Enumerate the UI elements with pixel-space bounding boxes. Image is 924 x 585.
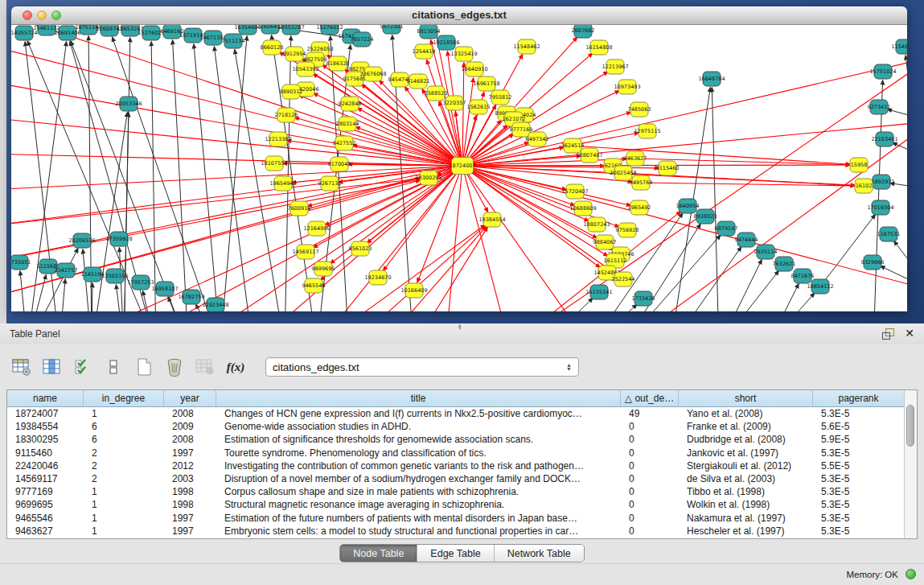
graph-node-label: 22103451 — [871, 136, 897, 142]
table-cell: 2008 — [164, 434, 216, 445]
graph-node-label: 6879197 — [715, 225, 738, 232]
graph-edge[interactable] — [113, 37, 220, 311]
graph-node-label: 2803144 — [336, 121, 359, 127]
graph-edge[interactable] — [151, 42, 156, 311]
graph-node-label: 2718126 — [275, 112, 298, 118]
graph-edge[interactable] — [820, 215, 875, 286]
table-row[interactable]: 977716911998Corpus callosum shape and si… — [7, 485, 904, 498]
graph-edge[interactable] — [893, 142, 907, 162]
graph-edge[interactable] — [888, 109, 907, 122]
unselect-all-icon[interactable] — [103, 356, 124, 377]
table-row[interactable]: 1830029562008Estimation of significance … — [7, 433, 904, 446]
tab-network-table[interactable]: Network Table — [495, 545, 584, 562]
delete-trash-icon[interactable] — [164, 356, 185, 377]
graph-edge[interactable] — [906, 56, 907, 290]
float-panel-icon[interactable] — [882, 328, 893, 339]
table-row[interactable]: 946362711997Embryonic stem cells: a mode… — [7, 525, 904, 538]
graph-node-label: 8660128 — [261, 44, 284, 51]
graph-edge[interactable] — [349, 225, 486, 311]
graph-edge[interactable] — [719, 260, 762, 311]
table-cell: Jankovic et al. (1997) — [679, 447, 813, 459]
graph-edge[interactable] — [285, 36, 291, 311]
graph-edge[interactable] — [767, 284, 799, 311]
graph-edge[interactable] — [173, 40, 188, 311]
graph-node-label: 9170043 — [328, 161, 351, 167]
table-cell: Franke et al. (2009) — [679, 421, 813, 432]
network-canvas[interactable]: 1405572425461132206914061875114822608741… — [11, 25, 907, 311]
tab-node-table[interactable]: Node Table — [340, 545, 417, 562]
table-cell: 9699695 — [7, 499, 84, 510]
column-header-name[interactable]: name — [7, 390, 84, 406]
table-cell: 1 — [84, 499, 164, 510]
table-row[interactable]: 1938455462009Genome-wide association stu… — [7, 420, 904, 433]
scrollbar-thumb[interactable] — [906, 405, 914, 447]
graph-edge[interactable] — [20, 271, 27, 311]
table-cell: 2 — [84, 473, 164, 484]
graph-node-label: 7600916 — [288, 205, 311, 212]
graph-edge[interactable] — [214, 47, 253, 311]
table-row[interactable]: 969969511998Structural magnetic resonanc… — [7, 498, 904, 511]
graph-edge[interactable] — [542, 299, 593, 311]
table-row[interactable]: 1456911722003Disruption of a novel membe… — [7, 472, 904, 485]
graph-edge[interactable] — [719, 271, 778, 311]
table-cell: 0 — [621, 473, 679, 484]
graph-node-label: 9465546 — [302, 282, 326, 289]
table-body: 1872400712008Changes of HCN gene express… — [7, 407, 904, 538]
graph-node-label: 16961758 — [473, 80, 499, 87]
column-header-out-de-[interactable]: △ out_de… — [621, 390, 679, 406]
graph-node-label: 15276012 — [316, 25, 343, 31]
graph-node-label: 1733426 — [632, 295, 655, 302]
table-cell: Changes of HCN gene expression and I(f) … — [216, 408, 621, 419]
splitter-grip-icon[interactable]: ▴▾ — [458, 323, 466, 328]
column-header-year[interactable]: year — [164, 390, 216, 406]
graph-svg[interactable]: 1405572425461132206914061875114822608741… — [11, 25, 907, 311]
graph-edge[interactable] — [590, 304, 637, 311]
table-vertical-scrollbar[interactable] — [904, 390, 917, 538]
column-header-pagerank[interactable]: pagerank — [813, 390, 904, 406]
table-cell: Genome-wide association studies in ADHD. — [216, 421, 621, 432]
show-column-icon[interactable] — [42, 356, 63, 377]
table-cell: 1 — [84, 486, 164, 497]
close-panel-icon[interactable]: ✕ — [905, 328, 914, 339]
graph-edge[interactable] — [462, 166, 575, 205]
table-cell: 5.3E-5 — [813, 408, 904, 419]
table-row[interactable]: 946554611997Estimation of the future num… — [7, 512, 904, 525]
table-row[interactable]: 911546021997Tourette syndrome. Phenomeno… — [7, 447, 904, 459]
table-cell: 0 — [621, 486, 679, 497]
graph-edge[interactable] — [462, 63, 464, 166]
table-cell: 22420046 — [7, 460, 84, 472]
table-cell: Dudbridge et al. (2008) — [679, 434, 813, 445]
graph-node-label: 7857224 — [351, 36, 374, 43]
graph-edge[interactable] — [116, 285, 124, 311]
graph-node-label: 19654942 — [269, 180, 296, 187]
graph-edge[interactable] — [623, 173, 855, 185]
table-cell: 1998 — [164, 486, 216, 497]
window-titlebar[interactable]: citations_edges.txt — [11, 6, 907, 25]
select-all-icon[interactable] — [72, 356, 93, 377]
table-cell: 1998 — [164, 499, 216, 510]
import-table-icon[interactable] — [11, 356, 32, 377]
table-select-dropdown[interactable]: citations_edges.txt ▲▼ — [265, 357, 579, 377]
graph-edge[interactable] — [27, 275, 46, 311]
graph-edge[interactable] — [92, 283, 92, 311]
graph-node-label: 12923448 — [202, 302, 228, 308]
tab-edge-table[interactable]: Edge Table — [417, 545, 494, 562]
graph-edge[interactable] — [11, 166, 462, 190]
graph-node-label: 19234670 — [364, 274, 391, 281]
table-cell: 1 — [84, 408, 164, 419]
graph-edge[interactable] — [622, 122, 907, 311]
new-document-icon[interactable] — [133, 356, 154, 377]
graph-node-label: 17957253 — [127, 279, 154, 286]
graph-edge[interactable] — [767, 293, 815, 311]
column-header-title[interactable]: title — [216, 390, 621, 406]
table-row[interactable]: 2242004622012Investigating the contribut… — [7, 459, 904, 472]
function-builder-icon[interactable]: f(x) — [225, 356, 246, 377]
graph-node-label: 5572301 — [380, 25, 404, 30]
column-header-in-degree[interactable]: in_degree — [84, 390, 164, 406]
graph-edge[interactable] — [60, 279, 65, 311]
column-header-short[interactable]: short — [679, 390, 813, 406]
table-row[interactable]: 1872400712008Changes of HCN gene express… — [7, 407, 904, 420]
graph-edge[interactable] — [462, 78, 474, 166]
graph-node-label: 2687682 — [572, 27, 595, 34]
table-cell: 6 — [84, 421, 164, 432]
